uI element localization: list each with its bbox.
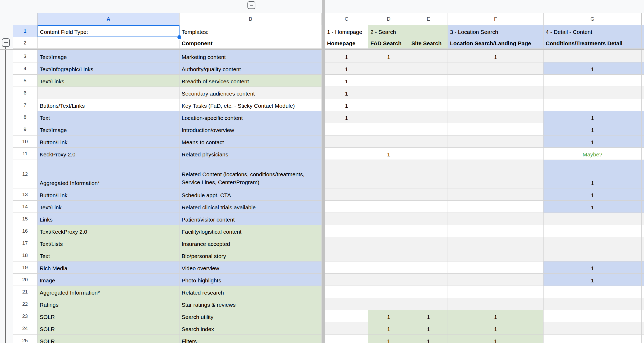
cell-F7[interactable] [448,99,544,111]
cell-C24[interactable] [325,322,368,335]
cell-A9[interactable]: Text/Image [38,123,180,136]
row-header-22[interactable]: 22 [13,298,38,310]
cell-D6[interactable] [368,87,409,99]
cell-A10[interactable]: Button/Link [38,136,180,148]
cell-D7[interactable] [368,99,409,111]
cell-H7-sliver[interactable] [642,99,644,111]
cell-C18[interactable] [325,249,368,261]
cell-A21[interactable]: Aggregated Information* [38,286,180,298]
cell-F11[interactable] [448,148,544,160]
cell-A24[interactable]: SOLR [38,322,180,335]
cell-D13[interactable] [368,188,409,201]
cell-F20[interactable] [448,274,544,286]
row-header-4[interactable]: 4 [13,62,38,75]
cell-G14[interactable]: 1 [544,201,642,213]
cell-G16[interactable] [544,225,642,237]
cell-D19[interactable] [368,261,409,274]
cell-H2-sliver[interactable] [642,37,644,49]
cell-H15-sliver[interactable] [642,213,644,225]
cell-B22[interactable]: Star ratings & reviews [180,298,322,310]
cell-B19[interactable]: Video overview [180,261,322,274]
cell-C4[interactable]: 1 [325,62,368,75]
cell-G6[interactable] [544,87,642,99]
cell-H20-sliver[interactable] [642,274,644,286]
cell-D14[interactable] [368,201,409,213]
cell-G25[interactable] [544,335,642,343]
cell-C22[interactable] [325,298,368,310]
cell-B9[interactable]: Introduction/overview [180,123,322,136]
cell-E12[interactable] [409,160,448,188]
row-header-10[interactable]: 10 [13,136,38,148]
cell-F25[interactable]: 1 [448,335,544,343]
column-header-e[interactable]: E [409,13,448,25]
cell-C25[interactable] [325,335,368,343]
cell-G23[interactable] [544,310,642,322]
row-header-7[interactable]: 7 [13,99,38,111]
cell-C2[interactable]: Homepage [325,37,368,49]
cell-C16[interactable] [325,225,368,237]
collapse-column-group-button[interactable] [247,1,255,9]
cell-B20[interactable]: Photo highlights [180,274,322,286]
cell-H22-sliver[interactable] [642,298,644,310]
cell-H23-sliver[interactable] [642,310,644,322]
cell-B11[interactable]: Related physicians [180,148,322,160]
row-header-3[interactable]: 3 [13,50,38,62]
cell-D2[interactable]: FAD Search [368,37,409,49]
cell-E15[interactable] [409,213,448,225]
cell-G18[interactable] [544,249,642,261]
cell-E25[interactable]: 1 [409,335,448,343]
cell-G3[interactable] [544,50,642,62]
cell-D1[interactable]: 2 - Search [368,25,409,37]
cell-A5[interactable]: Text/Links [38,75,180,87]
cell-B17[interactable]: Insurance accepted [180,237,322,249]
cell-F8[interactable] [448,111,544,123]
cell-H10-sliver[interactable] [642,136,644,148]
cell-E1[interactable] [409,25,448,37]
cell-F14[interactable] [448,201,544,213]
cell-D10[interactable] [368,136,409,148]
cell-H17-sliver[interactable] [642,237,644,249]
cell-E23[interactable]: 1 [409,310,448,322]
row-header-8[interactable]: 8 [13,111,38,123]
cell-B6[interactable]: Secondary audiences content [180,87,322,99]
cell-H19-sliver[interactable] [642,261,644,274]
cell-A1[interactable]: Content Field Type: [38,25,180,37]
cell-H18-sliver[interactable] [642,249,644,261]
column-header-c[interactable]: C [325,13,368,25]
cell-B10[interactable]: Means to contact [180,136,322,148]
cell-F23[interactable]: 1 [448,310,544,322]
fill-handle[interactable] [177,35,181,39]
cell-C10[interactable] [325,136,368,148]
frozen-columns-divider[interactable] [322,0,325,343]
cell-E10[interactable] [409,136,448,148]
row-header-23[interactable]: 23 [13,310,38,322]
cell-G21[interactable] [544,286,642,298]
row-header-16[interactable]: 16 [13,225,38,237]
cell-H9-sliver[interactable] [642,123,644,136]
cell-D22[interactable] [368,298,409,310]
cell-D21[interactable] [368,286,409,298]
row-header-2[interactable]: 2 [13,37,38,49]
cell-C7[interactable]: 1 [325,99,368,111]
cell-A20[interactable]: Image [38,274,180,286]
cell-A2[interactable] [38,37,180,49]
cell-C1[interactable]: 1 - Homepage [325,25,368,37]
cell-F4[interactable] [448,62,544,75]
cell-E13[interactable] [409,188,448,201]
cell-D23[interactable]: 1 [368,310,409,322]
row-header-14[interactable]: 14 [13,201,38,213]
cell-F10[interactable] [448,136,544,148]
cell-B18[interactable]: Bio/personal story [180,249,322,261]
cell-F6[interactable] [448,87,544,99]
cell-F12[interactable] [448,160,544,188]
cell-H16-sliver[interactable] [642,225,644,237]
cell-G10[interactable]: 1 [544,136,642,148]
cell-D20[interactable] [368,274,409,286]
cell-D12[interactable] [368,160,409,188]
cell-F18[interactable] [448,249,544,261]
cell-A17[interactable]: Text/Lists [38,237,180,249]
cell-F22[interactable] [448,298,544,310]
cell-G1[interactable]: 4 - Detail - Content [544,25,642,37]
cell-G13[interactable]: 1 [544,188,642,201]
row-header-12[interactable]: 12 [13,160,38,188]
